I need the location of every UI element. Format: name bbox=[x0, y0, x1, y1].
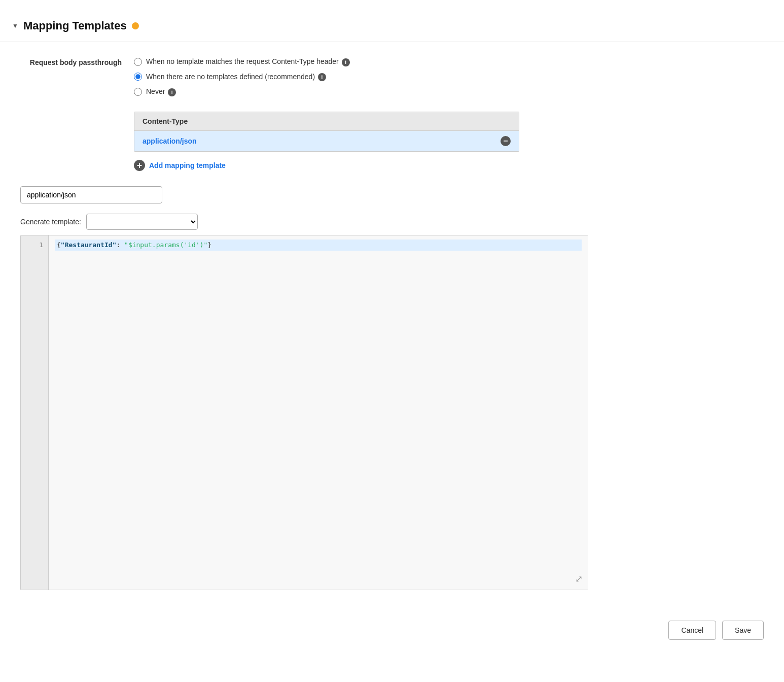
table-header-label: Content-Type bbox=[142, 117, 188, 125]
generate-row: Generate template: Method Request passth… bbox=[20, 214, 764, 230]
passthrough-section: Request body passthrough When no templat… bbox=[20, 57, 764, 96]
generate-label: Generate template: bbox=[20, 218, 81, 226]
cancel-button[interactable]: Cancel bbox=[668, 621, 716, 640]
table-header: Content-Type bbox=[134, 112, 519, 131]
code-editor: 1 {"RestaurantId": "$input.params('id')"… bbox=[20, 235, 588, 590]
radio-label-3[interactable]: Never i bbox=[146, 87, 176, 96]
add-template-row: + Add mapping template bbox=[134, 160, 764, 171]
radio-group: When no template matches the request Con… bbox=[134, 57, 350, 96]
code-content[interactable]: {"RestaurantId": "$input.params('id')"} bbox=[49, 235, 588, 590]
remove-button[interactable]: − bbox=[501, 136, 511, 146]
info-icon-3: i bbox=[168, 88, 176, 96]
code-key: "RestaurantId" bbox=[61, 241, 117, 249]
status-dot bbox=[132, 22, 139, 29]
radio-option-1: When no template matches the request Con… bbox=[134, 57, 350, 66]
add-icon[interactable]: + bbox=[134, 160, 145, 171]
radio-label-1[interactable]: When no template matches the request Con… bbox=[146, 57, 350, 66]
radio-label-2[interactable]: When there are no templates defined (rec… bbox=[146, 73, 326, 82]
code-value: "$input.params('id')" bbox=[124, 241, 207, 249]
content-type-table: Content-Type application/json − bbox=[134, 112, 519, 152]
line-numbers: 1 bbox=[21, 235, 49, 590]
bottom-buttons: Cancel Save bbox=[0, 610, 784, 650]
line-number-1: 1 bbox=[21, 240, 48, 251]
radio-option-3: Never i bbox=[134, 87, 350, 96]
generate-select[interactable]: Method Request passthrough Empty bbox=[86, 214, 198, 230]
radio-opt3[interactable] bbox=[134, 88, 142, 96]
info-icon-2: i bbox=[318, 73, 326, 81]
content-type-input[interactable] bbox=[20, 186, 162, 203]
content-type-link[interactable]: application/json bbox=[142, 137, 197, 145]
section-title: Mapping Templates bbox=[23, 19, 127, 32]
radio-opt2[interactable] bbox=[134, 73, 142, 81]
table-row[interactable]: application/json − bbox=[134, 131, 519, 151]
page-container: ▼ Mapping Templates Request body passthr… bbox=[0, 0, 784, 660]
radio-opt1[interactable] bbox=[134, 58, 142, 66]
passthrough-label: Request body passthrough bbox=[20, 57, 122, 66]
radio-option-2: When there are no templates defined (rec… bbox=[134, 73, 350, 82]
info-icon-1: i bbox=[342, 58, 350, 66]
expand-icon[interactable]: ⤢ bbox=[575, 573, 583, 585]
save-button[interactable]: Save bbox=[722, 621, 764, 640]
chevron-icon[interactable]: ▼ bbox=[12, 22, 18, 29]
add-mapping-template-link[interactable]: Add mapping template bbox=[149, 161, 226, 169]
code-line-1: {"RestaurantId": "$input.params('id')"} bbox=[55, 240, 582, 251]
section-content: Request body passthrough When no templat… bbox=[0, 42, 784, 605]
section-header: ▼ Mapping Templates bbox=[0, 10, 784, 42]
